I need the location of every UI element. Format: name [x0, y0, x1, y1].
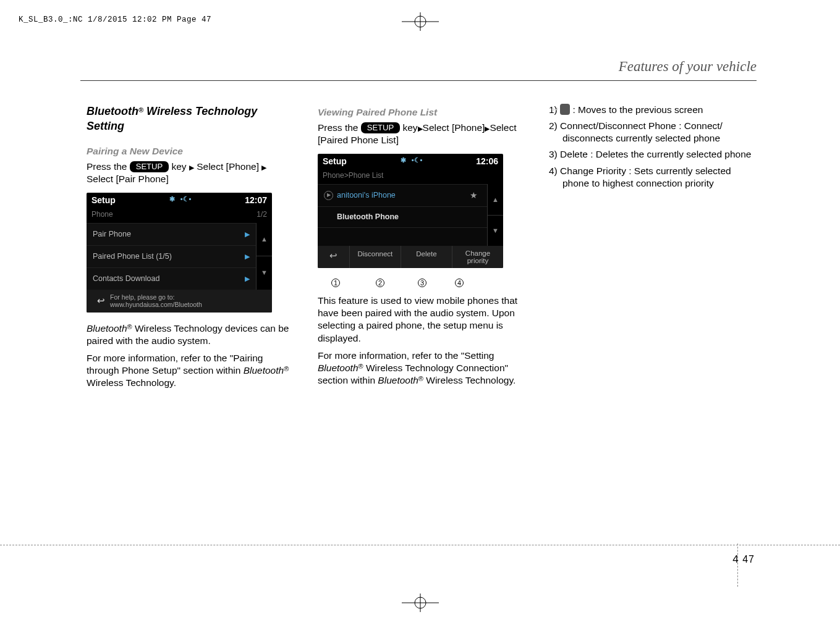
- change-priority-button: Change priority: [452, 246, 503, 268]
- text-key: key: [402, 122, 417, 133]
- ss-title: Setup: [91, 195, 116, 206]
- registered-mark: ®: [138, 106, 143, 114]
- triangle-icon: ▶: [418, 124, 423, 133]
- triangle-icon: ▶: [189, 163, 194, 172]
- pairing-subhead: Pairing a New Device: [87, 145, 294, 158]
- callout-4: 4) Change Priority : Sets currently sele…: [549, 165, 757, 190]
- chapter-title: Features of your vehicle: [619, 59, 757, 75]
- setup-phone-screenshot: Setup ✱ •☾• 12:07 Phone 1/2 Pair Phone▶ …: [87, 193, 272, 313]
- horizontal-rule: [80, 80, 757, 81]
- scroll-arrows: ▲ ▼: [487, 184, 503, 246]
- ss-bottom-bar: ↩ For help, please go to: www.hyundaiusa…: [87, 290, 272, 313]
- chevron-right-icon: ▶: [245, 230, 250, 239]
- bluetooth-word: Bluetooth: [87, 323, 127, 334]
- registered-mark: ®: [358, 363, 363, 370]
- registered-mark: ®: [127, 323, 132, 330]
- page-number: 4 47: [732, 553, 755, 566]
- text-select: Select: [197, 161, 223, 172]
- crop-mark-top: [402, 12, 439, 31]
- para-text: For more information, refer to the "Sett…: [318, 350, 494, 361]
- column-3: 1) ↩ : Moves to the previous screen 2) C…: [549, 104, 757, 389]
- callout-markers: 1 2 3 4: [318, 278, 525, 287]
- row-contacts-download: Contacts Download▶: [87, 267, 256, 290]
- press-setup-instruction: Press the SETUP key▶Select [Phone]▶Selec…: [318, 122, 525, 146]
- column-2: Viewing Paired Phone List Press the SETU…: [318, 104, 525, 389]
- ss2-bottom-bar: ↩ Disconnect Delete Change priority: [318, 246, 503, 268]
- bluetooth-word: Bluetooth: [244, 365, 284, 376]
- back-icon-pill: ↩: [560, 104, 570, 115]
- bluetooth-word: Bluetooth: [318, 363, 358, 373]
- setup-key: SETUP: [361, 122, 400, 133]
- cut-line-horizontal: [0, 545, 840, 545]
- empty-row: [318, 227, 487, 246]
- text-press-the: Press the: [87, 161, 130, 172]
- para-text: Wireless Technology.: [87, 377, 176, 388]
- paragraph: Bluetooth® Wireless Technology devices c…: [87, 322, 294, 347]
- callout-3: 3) Delete : Deletes the currently select…: [549, 148, 757, 161]
- text-phone: [Phone]: [226, 161, 259, 172]
- scroll-down-icon: ▼: [257, 256, 272, 289]
- section-number: 4: [732, 553, 739, 565]
- phone-row-1: ▶ anitooni's iPhone ★: [318, 184, 487, 206]
- column-1: Bluetooth® Wireless Technology Setting P…: [87, 104, 294, 389]
- help-line-2: www.hyundaiusa.com/Bluetooth: [110, 301, 202, 309]
- row-paired-list: Paired Phone List (1/5)▶: [87, 245, 256, 267]
- phone-name: Bluetooth Phone: [337, 212, 399, 222]
- star-icon: ★: [466, 190, 481, 201]
- file-header: K_SL_B3.0_:NC 1/8/2015 12:02 PM Page 47: [19, 15, 211, 24]
- text-press-the: Press the: [318, 122, 361, 133]
- chevron-right-icon: ▶: [245, 274, 250, 283]
- crop-mark-bottom: [402, 594, 439, 614]
- content-columns: Bluetooth® Wireless Technology Setting P…: [87, 104, 757, 389]
- bluetooth-word: Bluetooth: [87, 105, 138, 117]
- paragraph: For more information, refer to the "Sett…: [318, 350, 525, 387]
- label-line-1: Change: [465, 250, 490, 257]
- ss-clock: 12:06: [476, 156, 498, 167]
- para-text: Wireless Technology.: [423, 375, 515, 385]
- text-phone: [Phone]: [452, 122, 485, 133]
- marker-3: 3: [418, 279, 426, 287]
- row-pair-phone: Pair Phone▶: [87, 223, 256, 245]
- ss-clock: 12:07: [245, 195, 267, 206]
- bluetooth-word: Bluetooth: [378, 375, 418, 385]
- play-icon: ▶: [324, 191, 333, 200]
- marker-1: 1: [331, 279, 340, 287]
- scroll-up-icon: ▲: [488, 184, 503, 215]
- text-select: Select: [423, 122, 449, 133]
- callout-1: 1) ↩ : Moves to the previous screen: [549, 104, 757, 116]
- registered-mark: ®: [418, 375, 423, 382]
- back-icon: ↩: [91, 295, 110, 307]
- callout-text: : Moves to the previous screen: [572, 104, 703, 115]
- paragraph: This feature is used to view mobile phon…: [318, 295, 525, 345]
- help-line-1: For help, please go to:: [110, 293, 202, 301]
- text-key: key: [171, 161, 186, 172]
- delete-button: Delete: [401, 246, 452, 268]
- back-button: ↩: [318, 246, 349, 268]
- label-line-2: priority: [467, 257, 489, 264]
- row-label: Contacts Download: [93, 274, 159, 284]
- disconnect-button: Disconnect: [349, 246, 401, 268]
- row-label: Paired Phone List (1/5): [93, 251, 172, 262]
- phone-name: anitooni's iPhone: [337, 190, 396, 201]
- press-setup-instruction: Press the SETUP key ▶ Select [Phone] ▶ S…: [87, 161, 294, 185]
- triangle-icon: ▶: [261, 163, 266, 172]
- ss-breadcrumb: Phone>Phone List: [323, 171, 383, 180]
- scroll-down-icon: ▼: [488, 216, 503, 246]
- setup-key: SETUP: [130, 161, 169, 172]
- ss-title: Setup: [323, 156, 347, 167]
- marker-4: 4: [455, 279, 464, 287]
- callout-2: 2) Connect/Disconnect Phone : Connect/ d…: [549, 120, 757, 145]
- page-number-value: 47: [742, 554, 755, 565]
- para-text: For more information, refer to the "Pair…: [87, 353, 263, 376]
- paragraph: For more information, refer to the "Pair…: [87, 352, 294, 389]
- ss-page-indicator: 1/2: [257, 209, 267, 219]
- paired-list-screenshot: Setup ✱ •☾• 12:06 Phone>Phone List ▶ ani…: [318, 154, 503, 268]
- row-label: Pair Phone: [93, 229, 131, 240]
- text-select-pair: Select [Pair Phone]: [87, 174, 169, 184]
- marker-2: 2: [376, 279, 384, 287]
- scroll-arrows: ▲ ▼: [256, 223, 272, 290]
- section-heading: Bluetooth® Wireless Technology Setting: [87, 104, 294, 134]
- ss-breadcrumb: Phone: [91, 209, 113, 219]
- scroll-up-icon: ▲: [257, 223, 272, 256]
- registered-mark: ®: [284, 365, 289, 372]
